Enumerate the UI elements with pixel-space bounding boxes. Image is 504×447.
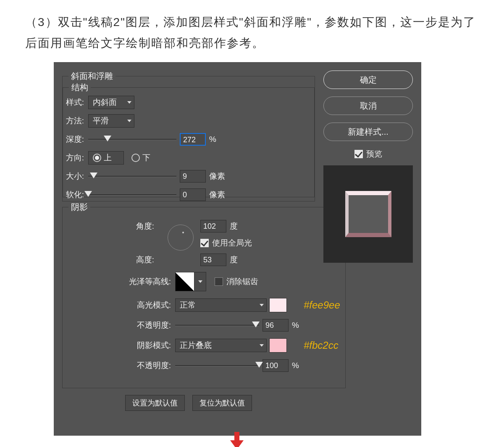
gloss-contour-swatch[interactable]: [175, 272, 194, 291]
soften-input[interactable]: 0: [180, 188, 206, 201]
global-light-checkbox[interactable]: 使用全局光: [200, 238, 252, 248]
direction-up-radio[interactable]: 上: [88, 151, 124, 165]
chevron-down-icon: [260, 304, 264, 306]
size-slider[interactable]: [88, 172, 176, 180]
bevel-preview-icon: [345, 191, 391, 237]
angle-unit: 度: [230, 221, 238, 232]
bevel-title: 斜面和浮雕: [68, 71, 116, 82]
highlight-mode-label: 高光模式:: [63, 300, 175, 311]
ok-button[interactable]: 确定: [323, 71, 413, 89]
cancel-button[interactable]: 取消: [323, 97, 413, 115]
shadow-mode-value: 正片叠底: [180, 340, 212, 351]
shadow-opacity-label: 不透明度:: [63, 360, 175, 371]
structure-legend: 结构: [69, 82, 91, 93]
chevron-down-icon: [127, 120, 131, 122]
depth-slider[interactable]: [88, 135, 176, 144]
highlight-opacity-unit: %: [292, 321, 299, 330]
checkbox-icon: [215, 277, 223, 286]
shadow-mode-select[interactable]: 正片叠底: [175, 339, 267, 352]
highlight-opacity-slider[interactable]: [175, 321, 259, 329]
shadow-opacity-input[interactable]: 100: [262, 359, 289, 372]
shadow-mode-label: 阴影模式:: [63, 340, 175, 351]
size-unit: 像素: [209, 171, 225, 182]
technique-label: 方法:: [63, 115, 88, 126]
highlight-hex-annotation: #fee9ee: [304, 299, 340, 311]
antialias-checkbox[interactable]: 消除锯齿: [215, 276, 258, 287]
preview-label: 预览: [366, 149, 382, 159]
direction-down-radio[interactable]: 下: [131, 152, 150, 163]
preview-thumbnail: [323, 165, 413, 263]
contour-label: 光泽等高线:: [63, 276, 175, 287]
soften-slider[interactable]: [88, 191, 176, 199]
depth-unit: %: [209, 135, 216, 144]
global-light-label: 使用全局光: [212, 238, 252, 248]
make-default-button[interactable]: 设置为默认值: [125, 395, 185, 411]
technique-value: 平滑: [93, 115, 109, 126]
angle-label: 角度:: [63, 221, 158, 232]
highlight-color-swatch[interactable]: [269, 298, 287, 312]
shadow-hex-annotation: #fbc2cc: [304, 340, 339, 351]
size-input[interactable]: 9: [180, 170, 206, 183]
structure-panel: 结构 样式: 内斜面 方法: 平滑 深度:: [63, 82, 315, 197]
technique-select[interactable]: 平滑: [88, 114, 134, 128]
checkbox-icon: [200, 239, 209, 247]
preview-checkbox[interactable]: 预览: [354, 149, 382, 159]
depth-input[interactable]: 272: [180, 133, 206, 146]
soften-unit: 像素: [209, 189, 225, 200]
size-label: 大小:: [63, 171, 88, 182]
direction-label: 方向:: [63, 152, 88, 163]
highlight-opacity-label: 不透明度:: [63, 320, 175, 331]
style-value: 内斜面: [93, 97, 117, 108]
style-label: 样式:: [63, 97, 88, 108]
bevel-emboss-panel: 斜面和浮雕 结构 样式: 内斜面 方法: 平滑: [62, 71, 315, 201]
checkbox-icon: [354, 150, 363, 158]
down-arrow-icon: [230, 440, 244, 447]
shading-legend: 阴影: [68, 201, 90, 213]
layer-style-dialog: 斜面和浮雕 结构 样式: 内斜面 方法: 平滑: [54, 62, 421, 436]
angle-wheel[interactable]: [168, 225, 194, 251]
shadow-opacity-unit: %: [292, 361, 299, 370]
new-style-button[interactable]: 新建样式...: [323, 123, 413, 141]
altitude-input[interactable]: 53: [200, 254, 226, 266]
highlight-mode-select[interactable]: 正常: [175, 298, 267, 312]
reset-default-button[interactable]: 复位为默认值: [192, 395, 252, 411]
depth-label: 深度:: [63, 134, 88, 145]
chevron-down-icon: [127, 101, 131, 104]
altitude-label: 高度:: [63, 254, 158, 265]
gloss-contour-select[interactable]: [194, 272, 206, 291]
highlight-mode-value: 正常: [180, 300, 196, 311]
shadow-opacity-slider[interactable]: [175, 361, 259, 370]
antialias-label: 消除锯齿: [226, 276, 258, 287]
shadow-color-swatch[interactable]: [269, 338, 287, 353]
altitude-unit: 度: [230, 254, 238, 265]
style-select[interactable]: 内斜面: [88, 96, 134, 109]
chevron-down-icon: [260, 344, 264, 347]
angle-input[interactable]: 102: [200, 220, 226, 233]
shading-panel: 阴影 角度: 102 度 使用全局光: [62, 201, 346, 388]
highlight-opacity-input[interactable]: 96: [262, 319, 289, 332]
instruction-text: （3）双击"线稿2"图层，添加图层样式"斜面和浮雕"，参数如下图，这一步是为了后…: [25, 12, 479, 54]
